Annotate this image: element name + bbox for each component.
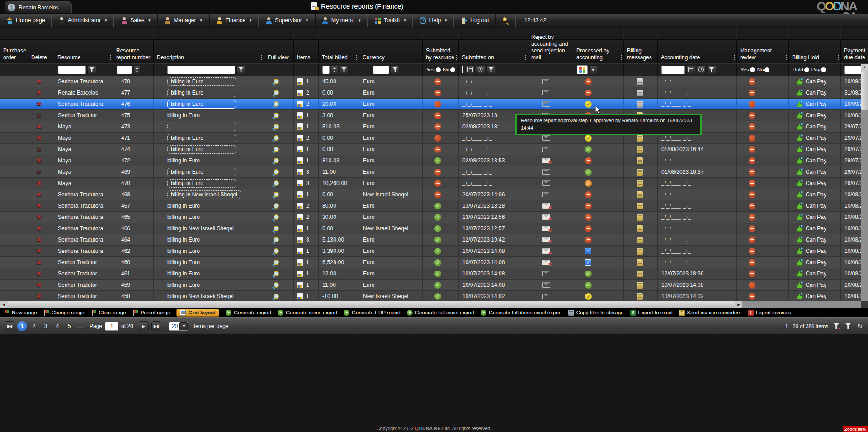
table-row[interactable]: ✖Senhor Tradutor460billing in Euro16,528… [0,257,868,268]
mail-icon[interactable] [542,90,550,95]
toolbar-button-grid-layout[interactable]: Grid layout [176,309,219,317]
magnifier-icon[interactable] [274,79,279,84]
mail-icon[interactable] [542,282,550,288]
column-menu-icon[interactable] [261,55,263,60]
billing-messages-icon[interactable] [637,225,643,232]
table-row[interactable]: ✖Senhor Tradutor458billing in New Israel… [0,291,868,301]
processed-dropdown-button[interactable] [589,65,597,74]
processed-status-icon[interactable] [585,293,592,300]
management-review-icon[interactable] [749,135,755,142]
column-menu-icon[interactable] [151,55,152,60]
last-page-button[interactable]: ▶▮ [151,321,161,331]
mail-icon[interactable] [542,79,550,84]
processed-status-icon[interactable] [585,214,592,221]
toolbar-button-export-invoices[interactable]: Export invoices [748,310,791,316]
report-number-spinner[interactable] [133,66,141,74]
submitted-yes-icon[interactable] [434,203,441,209]
scroll-right-icon[interactable]: ▶ [735,301,742,308]
accounting-date-filter-button[interactable] [707,66,716,74]
column-header-delete[interactable]: Delete [28,40,54,63]
table-row[interactable]: ✖Senhora Tradutora468billing in New Isra… [0,189,868,200]
description-editbox[interactable]: billing in Euro [167,100,236,109]
management-review-icon[interactable] [749,225,755,232]
items-doc-icon[interactable] [297,101,303,107]
toolbar-button-copy-files-to-storage[interactable]: Copy files to storage [568,310,624,316]
items-doc-icon[interactable] [297,135,303,141]
column-header-payment_due[interactable]: Payment due date [841,40,868,63]
currency-filter-input[interactable] [373,66,389,74]
management-review-icon[interactable] [749,293,755,300]
delete-icon[interactable]: ✖ [36,123,42,130]
management-review-icon[interactable] [749,90,755,96]
magnifier-icon[interactable] [274,271,279,276]
can-pay-thumb-icon[interactable]: 0 [796,123,803,130]
can-pay-thumb-icon[interactable]: 0 [796,281,803,289]
page-number-3[interactable]: 3 [41,321,51,331]
not-submitted-icon[interactable] [434,180,441,187]
toolbar-button-new-range[interactable]: New range [4,310,37,316]
magnifier-icon[interactable] [274,158,279,163]
delete-icon[interactable]: ✖ [36,202,42,209]
accounting-date-filter-input[interactable] [661,66,685,74]
review-no-radio[interactable] [764,67,769,72]
column-menu-icon[interactable] [786,55,787,60]
resource-filter-input[interactable] [58,66,86,74]
delete-icon[interactable]: ✖ [36,236,42,243]
refresh-icon[interactable]: ↻ [856,323,863,330]
table-row[interactable]: ✖Maya470billing in Euro310,260.00Euro_/_… [0,178,868,189]
toolbar-button-generate-items-export[interactable]: Generate items export [278,310,337,316]
management-review-icon[interactable] [749,259,755,266]
total-billed-filter-button[interactable] [340,66,349,74]
accounting-date-calendar-button[interactable] [686,66,695,74]
description-editbox[interactable]: billing in Euro [167,179,236,188]
nav-item-sales[interactable]: Sales▼ [114,14,158,27]
billing-messages-icon[interactable] [637,101,643,108]
magnifier-icon[interactable] [274,282,279,288]
processed-status-icon[interactable] [585,203,592,209]
billing-messages-icon[interactable] [637,90,643,96]
toolbar-button-export-to-excel[interactable]: Export to excel [630,310,673,316]
resource-filter-button[interactable] [87,66,96,74]
billing-messages-icon[interactable] [637,78,643,85]
items-doc-icon[interactable] [297,78,303,85]
not-submitted-icon[interactable] [434,169,441,176]
management-review-icon[interactable] [749,101,755,108]
column-header-management_review[interactable]: Management review [737,40,789,63]
magnifier-icon[interactable] [274,135,279,141]
items-doc-icon[interactable] [297,112,303,119]
items-doc-icon[interactable] [297,214,303,220]
column-menu-icon[interactable] [621,55,622,60]
review-yes-radio[interactable] [750,67,755,72]
delete-icon[interactable]: ✖ [36,214,42,221]
magnifier-icon[interactable] [274,248,279,254]
management-review-icon[interactable] [749,191,755,198]
column-header-billing_hold[interactable]: Billing Hold [789,40,841,63]
table-row[interactable]: ✖Maya472billing in Euro1810.33Euro02/08/… [0,155,868,166]
table-row[interactable]: ✖Maya474billing in Euro10.00Euro_/_/___ … [0,144,868,155]
delete-icon[interactable]: ✖ [36,157,42,164]
nav-item-my-menu[interactable]: My menu▼ [316,14,368,27]
currency-filter-button[interactable] [391,66,400,74]
magnifier-icon[interactable] [274,169,279,175]
items-doc-icon[interactable] [297,293,303,299]
column-header-submitted_by[interactable]: Submitted by resource [423,40,459,63]
page-size-select[interactable]: 20 [169,322,188,331]
column-header-submitted_on[interactable]: Submitted on [459,40,528,63]
billing-messages-icon[interactable] [637,146,643,153]
submitted-yes-icon[interactable] [434,214,441,221]
magnifier-icon[interactable] [274,237,279,242]
magnifier-icon[interactable] [274,192,279,197]
management-review-icon[interactable] [749,146,755,153]
not-submitted-icon[interactable] [434,112,441,119]
delete-icon[interactable]: ✖ [36,89,42,96]
toolbar-button-preset-range[interactable]: Preset range [132,310,170,316]
clear-filter-icon[interactable]: ✖ [833,323,840,330]
magnifier-icon[interactable] [274,214,279,220]
next-page-button[interactable]: ▶ [139,321,149,331]
column-header-purchase_order[interactable]: Purchase order [0,40,28,63]
items-doc-icon[interactable] [297,225,303,232]
items-doc-icon[interactable] [297,157,303,164]
accounting-date-time-button[interactable] [697,66,706,74]
nav-item-finance[interactable]: Finance▼ [210,14,259,27]
items-doc-icon[interactable] [297,180,303,186]
